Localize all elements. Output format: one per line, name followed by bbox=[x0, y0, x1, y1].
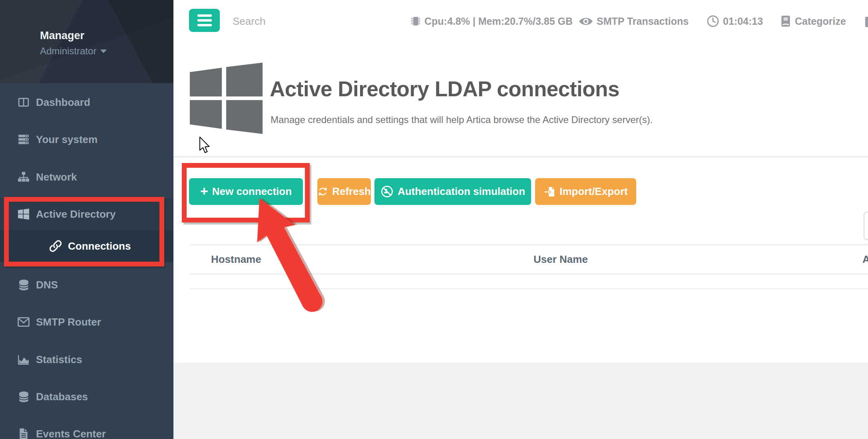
database-icon bbox=[17, 279, 30, 291]
table-search-input[interactable] bbox=[864, 212, 868, 240]
sidebar-item-label: Dashboard bbox=[36, 96, 90, 109]
categorize-link[interactable]: Categorize bbox=[780, 0, 846, 42]
table-row bbox=[190, 274, 868, 289]
categorize-label: Categorize bbox=[795, 16, 846, 27]
screen: Manager Administrator Dashboard Your sys… bbox=[0, 0, 868, 439]
column-header-username[interactable]: User Name bbox=[534, 253, 588, 266]
sidebar-item-label: Events Center bbox=[36, 428, 106, 439]
annotation-box-new-connection bbox=[182, 163, 310, 222]
sidebar-item-statistics[interactable]: Statistics bbox=[0, 344, 173, 375]
smtp-transactions-link[interactable]: SMTP Transactions bbox=[579, 0, 689, 42]
sidebar-item-dns[interactable]: DNS bbox=[0, 269, 173, 301]
book-icon bbox=[780, 15, 791, 28]
refresh-icon bbox=[317, 186, 328, 197]
menu-toggle-button[interactable] bbox=[189, 9, 220, 32]
sidebar-item-events-center[interactable]: Events Center bbox=[0, 418, 173, 439]
sidebar-item-label: Databases bbox=[36, 391, 88, 403]
column-header-hostname[interactable]: Hostname bbox=[211, 253, 261, 266]
sitemap-icon bbox=[17, 171, 30, 183]
column-header-partial[interactable]: A bbox=[862, 253, 868, 266]
microchip-icon bbox=[410, 15, 421, 28]
system-time: 01:04:13 bbox=[707, 0, 763, 42]
user-name: Manager bbox=[40, 30, 84, 42]
database-icon bbox=[17, 391, 30, 403]
sidebar-item-label: DNS bbox=[36, 279, 58, 291]
server-icon bbox=[17, 134, 30, 145]
cpu-mem-status: Cpu:4.8% | Mem:20.7%/3.85 GB bbox=[410, 0, 573, 42]
import-export-label: Import/Export bbox=[559, 185, 627, 198]
columns-icon bbox=[17, 97, 30, 108]
area-chart-icon bbox=[17, 354, 30, 365]
smtp-transactions-label: SMTP Transactions bbox=[597, 16, 689, 27]
sidebar-item-label: Your system bbox=[36, 133, 98, 146]
page-background bbox=[173, 363, 868, 439]
windows-logo-icon bbox=[189, 62, 263, 136]
time-text: 01:04:13 bbox=[723, 16, 763, 27]
page-title: Active Directory LDAP connections bbox=[270, 77, 619, 101]
sidebar-item-smtp-router[interactable]: SMTP Router bbox=[0, 306, 173, 338]
page-subtitle: Manage credentials and settings that wil… bbox=[271, 114, 653, 125]
user-slash-icon bbox=[380, 185, 394, 198]
chevron-down-icon bbox=[100, 50, 107, 53]
sidebar-item-label: Statistics bbox=[36, 354, 82, 366]
clock-icon bbox=[707, 15, 719, 28]
authentication-simulation-label: Authentication simulation bbox=[398, 185, 525, 198]
annotation-box-sidebar bbox=[4, 197, 164, 266]
user-role-label: Administrator bbox=[40, 46, 96, 57]
file-import-icon bbox=[543, 186, 555, 198]
import-export-button[interactable]: Import/Export bbox=[535, 178, 636, 205]
authentication-simulation-button[interactable]: Authentication simulation bbox=[374, 178, 531, 205]
refresh-button[interactable]: Refresh bbox=[317, 178, 371, 205]
search-input[interactable]: Search bbox=[233, 15, 265, 28]
sidebar-item-label: Network bbox=[36, 171, 77, 183]
flag-icon[interactable] bbox=[865, 17, 868, 27]
refresh-label: Refresh bbox=[332, 185, 371, 198]
connections-table: Hostname User Name A bbox=[190, 244, 868, 289]
section-divider bbox=[173, 156, 868, 157]
sidebar-item-network[interactable]: Network bbox=[0, 161, 173, 193]
table-header-row: Hostname User Name A bbox=[190, 244, 868, 274]
sidebar-item-dashboard[interactable]: Dashboard bbox=[0, 86, 173, 118]
user-block: Manager Administrator bbox=[0, 0, 173, 83]
sidebar-item-databases[interactable]: Databases bbox=[0, 381, 173, 413]
file-text-icon bbox=[17, 428, 30, 439]
envelope-icon bbox=[17, 317, 30, 327]
cpu-mem-text: Cpu:4.8% | Mem:20.7%/3.85 GB bbox=[424, 16, 573, 27]
sidebar-item-your-system[interactable]: Your system bbox=[0, 123, 173, 155]
sidebar-item-label: SMTP Router bbox=[36, 316, 101, 328]
eye-icon bbox=[579, 16, 593, 26]
user-role-dropdown[interactable]: Administrator bbox=[40, 46, 107, 57]
